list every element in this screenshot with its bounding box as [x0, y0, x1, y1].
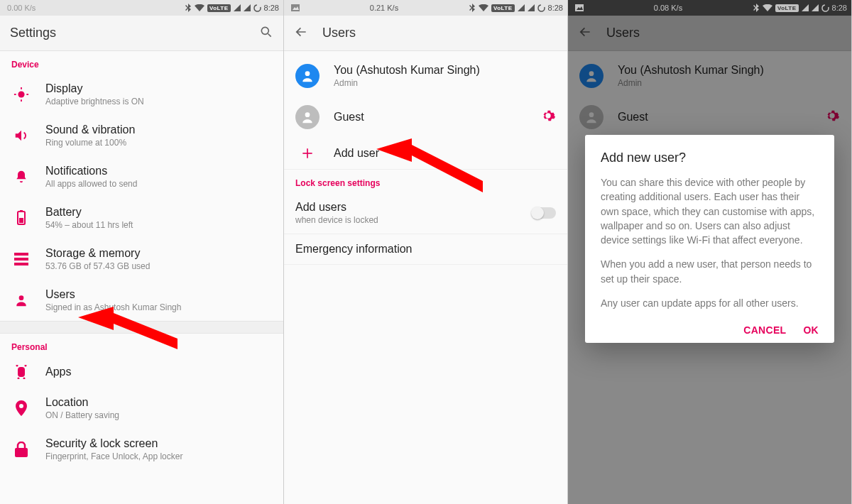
battery-icon	[11, 210, 31, 226]
volte-badge: VoLTE	[775, 4, 799, 12]
screenshot-icon	[288, 4, 300, 11]
panel-settings: 0.00 K/s VoLTE 8:28 Settings Device Disp…	[0, 0, 284, 504]
settings-item-security[interactable]: Security & lock screenFingerprint, Face …	[0, 429, 283, 470]
svg-point-24	[538, 5, 545, 11]
section-lock-settings: Lock screen settings	[284, 170, 567, 192]
svg-point-14	[19, 295, 24, 300]
settings-item-users[interactable]: UsersSigned in as Ashutosh Kumar Singh	[0, 280, 283, 321]
users-header: Users	[284, 16, 567, 51]
svg-rect-9	[20, 210, 23, 212]
svg-point-3	[18, 91, 24, 97]
volte-badge: VoLTE	[207, 4, 231, 12]
section-device: Device	[0, 51, 283, 74]
add-users-locked-row[interactable]: Add userswhen device is locked	[284, 192, 567, 234]
item-sub: Signed in as Ashutosh Kumar Singh	[45, 302, 181, 312]
status-net: 0.00 K/s	[4, 4, 36, 12]
wifi-icon	[195, 4, 204, 11]
item-sub: Ring volume at 100%	[45, 138, 135, 148]
signal-icon	[802, 4, 809, 11]
signal-icon-2	[812, 4, 819, 11]
add-user-row[interactable]: Add user	[284, 138, 567, 169]
dialog-paragraph: Any user can update apps for all other u…	[601, 296, 819, 310]
svg-rect-13	[14, 263, 28, 265]
item-title: Location	[45, 396, 119, 409]
section-gap	[0, 321, 283, 334]
ok-button[interactable]: OK	[803, 324, 819, 336]
settings-item-storage[interactable]: Storage & memory53.76 GB of 57.43 GB use…	[0, 239, 283, 280]
svg-rect-11	[14, 253, 28, 256]
emergency-info-row[interactable]: Emergency information	[284, 234, 567, 264]
item-title: Apps	[45, 366, 71, 378]
item-title: Users	[45, 288, 181, 301]
user-title: Guest	[334, 111, 364, 124]
settings-item-battery[interactable]: Battery54% – about 11 hrs left	[0, 197, 283, 239]
item-title: Storage & memory	[45, 247, 150, 260]
signal-icon	[234, 4, 241, 11]
settings-item-display[interactable]: DisplayAdaptive brightness is ON	[0, 74, 283, 115]
volume-icon	[11, 128, 31, 143]
item-title: Notifications	[45, 165, 137, 177]
user-row-you[interactable]: You (Ashutosh Kumar Singh)Admin	[284, 51, 567, 97]
row-title: Emergency information	[295, 243, 413, 256]
item-sub: Adaptive brightness is ON	[45, 97, 144, 106]
panel-users: 0.21 K/s VoLTE 8:28 Users You (Ashutosh …	[284, 0, 568, 504]
status-time: 8:28	[548, 4, 563, 12]
svg-rect-20	[15, 448, 28, 457]
avatar-icon	[295, 64, 320, 88]
signal-icon	[518, 4, 525, 11]
svg-rect-12	[14, 258, 28, 261]
avatar-icon	[295, 105, 320, 129]
apps-icon	[11, 365, 31, 379]
settings-item-notifications[interactable]: NotificationsAll apps allowed to send	[0, 156, 283, 197]
settings-item-sound[interactable]: Sound & vibrationRing volume at 100%	[0, 115, 283, 156]
svg-rect-15	[18, 367, 25, 377]
svg-point-17	[25, 365, 27, 367]
status-bar: 0.08 K/s VoLTE 8:28	[568, 0, 851, 16]
volte-badge: VoLTE	[491, 4, 515, 12]
data-sync-icon	[253, 4, 261, 12]
display-icon	[11, 87, 31, 102]
item-sub: 53.76 GB of 57.43 GB used	[45, 261, 150, 271]
status-net: 0.08 K/s	[654, 4, 682, 12]
status-time: 8:28	[264, 4, 279, 12]
row-sub: when device is locked	[295, 215, 378, 225]
svg-point-16	[16, 365, 18, 367]
cancel-button[interactable]: CANCEL	[743, 324, 786, 336]
dialog-title: Add new user?	[601, 150, 819, 165]
svg-rect-10	[19, 218, 23, 223]
item-sub: All apps allowed to send	[45, 179, 137, 189]
data-sync-icon	[821, 4, 829, 12]
add-user-dialog: Add new user? You can share this device …	[585, 135, 834, 343]
section-personal: Personal	[0, 334, 283, 356]
location-icon	[11, 400, 31, 416]
status-bar: 0.21 K/s VoLTE 8:28	[284, 0, 567, 16]
settings-item-apps[interactable]: Apps	[0, 356, 283, 388]
settings-item-location[interactable]: LocationON / Battery saving	[0, 388, 283, 429]
signal-icon-2	[528, 4, 535, 11]
item-title: Sound & vibration	[45, 124, 135, 136]
wifi-icon	[479, 4, 488, 11]
bluetooth-icon	[185, 4, 192, 12]
screenshot-icon	[572, 4, 584, 11]
svg-point-1	[261, 27, 268, 34]
svg-point-32	[822, 5, 829, 11]
wifi-icon	[763, 4, 772, 11]
gear-icon[interactable]	[540, 108, 556, 126]
add-user-label: Add user	[334, 147, 379, 160]
search-icon[interactable]	[259, 25, 273, 42]
status-time: 8:28	[832, 4, 847, 12]
svg-point-19	[23, 378, 26, 380]
item-title: Security & lock screen	[45, 437, 182, 450]
svg-point-0	[254, 5, 261, 11]
back-icon[interactable]	[294, 25, 308, 42]
item-sub: Fingerprint, Face Unlock, App locker	[45, 451, 182, 461]
status-net: 0.21 K/s	[370, 4, 398, 12]
item-sub: ON / Battery saving	[45, 410, 119, 420]
bluetooth-icon	[753, 4, 760, 12]
status-bar: 0.00 K/s VoLTE 8:28	[0, 0, 283, 16]
user-row-guest[interactable]: Guest	[284, 97, 567, 138]
page-title: Settings	[10, 26, 56, 40]
toggle-switch[interactable]	[532, 207, 556, 219]
bluetooth-icon	[469, 4, 476, 12]
dialog-paragraph: You can share this device with other peo…	[601, 175, 819, 247]
